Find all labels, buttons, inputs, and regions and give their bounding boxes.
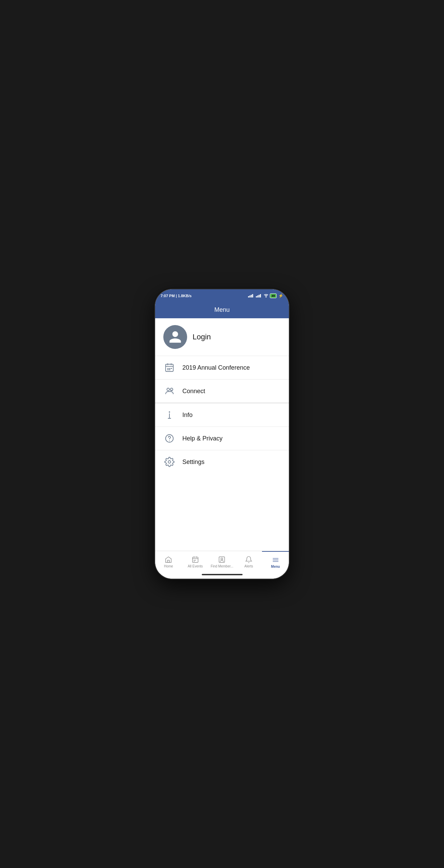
menu-item-settings[interactable]: Settings [155,450,289,473]
wifi-icon [264,293,268,298]
home-indicator [202,574,243,575]
home-bar [155,573,289,579]
login-label: Login [193,333,211,341]
nav-item-home[interactable]: Home [155,551,182,573]
battery-icon: 49 [270,293,277,298]
info-label: Info [182,412,193,419]
content-spacer [155,473,289,551]
content-area: Login 2019 An [155,318,289,551]
connect-label: Connect [182,388,205,395]
status-bar: 7:07 PM | 1.8KB/s [155,289,289,302]
settings-label: Settings [182,459,204,466]
connect-icon [163,385,176,397]
nav-alerts-label: Alerts [244,564,253,568]
svg-point-10 [167,388,170,391]
alerts-icon [245,556,252,563]
nav-home-label: Home [164,564,173,568]
menu-item-info[interactable]: Info [155,403,289,427]
signal-icon [248,294,253,298]
nav-menu-label: Menu [271,565,280,568]
settings-icon [163,456,176,468]
home-icon [165,556,172,563]
phone-frame: 7:07 PM | 1.8KB/s [155,289,289,579]
svg-point-13 [169,411,170,413]
app-header: Menu [155,302,289,318]
menu-icon [272,556,279,564]
nav-all-events-label: All Events [188,564,203,568]
signal-icon-2 [256,294,261,298]
all-events-icon [192,556,199,563]
menu-item-annual-conference[interactable]: 2019 Annual Conference [155,356,289,379]
svg-point-0 [266,297,266,298]
help-icon [163,432,176,445]
svg-rect-9 [171,368,172,369]
bottom-nav: Home All Events [155,551,289,573]
phone-inner: 7:07 PM | 1.8KB/s [155,289,289,579]
svg-rect-20 [193,557,198,562]
svg-point-28 [221,558,223,560]
svg-rect-6 [169,368,170,369]
find-member-icon [218,556,226,563]
login-section[interactable]: Login [155,318,289,356]
svg-rect-27 [219,557,225,562]
nav-find-member-label: Find Member... [211,564,233,568]
header-title: Menu [214,306,230,313]
status-icons: 49 ⚡ [248,293,283,298]
svg-rect-1 [166,364,174,371]
user-avatar-icon [168,330,182,344]
nav-item-alerts[interactable]: Alerts [235,551,262,573]
nav-item-all-events[interactable]: All Events [182,551,209,573]
charging-icon: ⚡ [278,293,283,298]
calendar-icon [163,361,176,374]
help-privacy-label: Help & Privacy [182,435,223,442]
svg-rect-8 [169,369,170,370]
info-icon [163,409,176,421]
svg-point-17 [169,440,170,441]
menu-item-help-privacy[interactable]: Help & Privacy [155,427,289,450]
svg-rect-5 [167,368,169,369]
svg-rect-25 [195,560,196,560]
menu-item-connect[interactable]: Connect [155,379,289,403]
nav-item-menu[interactable]: Menu [262,551,289,573]
svg-point-18 [168,461,171,463]
svg-rect-24 [194,560,195,560]
status-time: 7:07 PM | 1.8KB/s [161,294,192,298]
svg-rect-7 [167,369,169,370]
nav-item-find-member[interactable]: Find Member... [209,551,235,573]
svg-rect-26 [194,561,195,561]
svg-rect-19 [168,560,170,562]
annual-conference-label: 2019 Annual Conference [182,364,250,371]
avatar [163,325,187,349]
